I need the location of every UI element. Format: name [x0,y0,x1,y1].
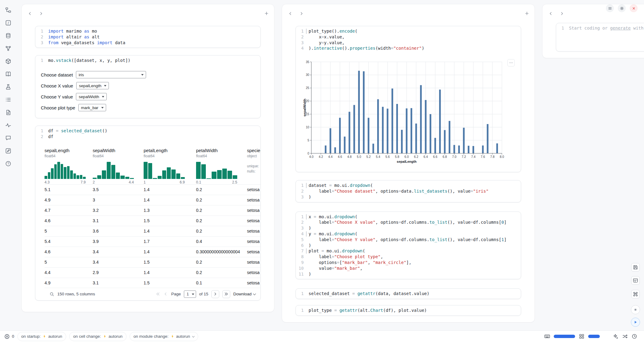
table-column-header[interactable]: speciesobjectunique:nulls: [247,146,260,184]
shutdown-button[interactable] [630,4,638,12]
code-line: 1x = mo.ui.dropdown( [296,214,518,220]
table-row[interactable]: 4.93.11.50.1setosa [45,278,260,288]
line-number: 4 [296,231,304,237]
on-startup-setting[interactable]: on startup:autorun [17,332,66,341]
page-select[interactable]: 1 [184,290,196,298]
chart-actions-button[interactable] [507,59,515,66]
x-select[interactable]: sepalLength [76,82,109,89]
code-line: 2 label="Choose X value", options=df.col… [296,219,518,225]
recent-history-button[interactable] [631,333,637,339]
controls-code-editor[interactable]: 1x = mo.ui.dropdown(2 label="Choose X va… [296,212,521,279]
panel-marimo-file-button[interactable]: f [4,19,12,27]
grid-view-button[interactable] [579,333,585,339]
token-num: 0 [501,220,504,225]
fold-toggle[interactable] [306,231,306,237]
column-3-prev-button[interactable] [547,9,555,17]
fold-toggle[interactable] [306,248,306,254]
table-row[interactable]: 4.73.21.30.2setosa [45,205,260,216]
first-page-button[interactable] [156,292,160,296]
column-2-next-button[interactable] [297,9,305,17]
panel-logs-button[interactable] [4,109,12,116]
panel-data-sources-button[interactable] [4,32,12,40]
notebook-menu-button[interactable] [606,4,614,12]
table-body: 5.13.51.40.2setosa4.931.40.2setosa4.73.2… [45,184,260,288]
last-page-button[interactable] [222,290,230,298]
imports-code-editor[interactable]: 1import marimo as mo2import altair as al… [35,26,260,48]
table-cell: 0.30000000000000004 [196,249,247,254]
panel-packages-button[interactable] [4,57,12,65]
panel-scratchpad-button[interactable] [4,147,12,155]
on-cell-change-setting[interactable]: on cell change:autorun [69,332,127,341]
table-row[interactable]: 53.61.40.2setosa [45,226,260,236]
shuffle-button[interactable] [622,333,628,339]
token-op: = [391,46,393,51]
double-chevron-left-icon [156,292,160,296]
prev-page-button[interactable] [163,292,168,296]
table-column-header[interactable]: petalLengthfloat6416.9 [144,146,196,184]
save-notebook-button[interactable] [631,263,640,272]
table-row[interactable]: 5.13.51.40.2setosa [45,184,260,195]
table-search-button[interactable] [49,292,54,297]
plot-code-editor[interactable]: 1plot_type().encode(2 x=x.value,3 y=y.va… [296,26,521,53]
panel-file-explorer-button[interactable] [4,6,12,14]
fold-toggle[interactable] [306,214,306,220]
token-t: , [381,254,383,259]
column-1-add-cell-button[interactable] [263,9,270,17]
panel-documentation-button[interactable] [4,70,12,78]
table-row[interactable]: 5.43.91.70.4setosa [45,236,260,247]
dataset-label: Choose dataset [41,72,73,77]
error-circle-icon [4,334,10,339]
panel-outline-button[interactable] [4,96,12,104]
histogram-bar [64,167,66,179]
magic-wand-button[interactable] [613,333,618,339]
y-select[interactable]: sepalWidth [76,93,107,100]
errors-indicator[interactable]: 0 [4,334,14,339]
panel-chat-button[interactable] [4,134,12,142]
plot-type-code-editor[interactable]: 1plot_type = getattr(alt.Chart(df), plot… [296,305,521,315]
dataset-select[interactable]: iris [76,71,146,78]
keyboard-command-button[interactable] [631,290,640,298]
column-1-next-button[interactable] [37,9,45,17]
settings-button[interactable] [618,4,626,12]
panel-variables-button[interactable] [4,45,12,52]
interrupt-kernel-button[interactable] [631,305,640,314]
table-row[interactable]: 4.63.41.40.30000000000000004setosa [45,247,260,257]
table-column-header[interactable]: sepalLengthfloat644.37.9 [45,146,93,184]
table-cell: 4.6 [45,249,93,254]
token-t: (). [342,46,350,51]
panel-snippets-button[interactable] [4,83,12,91]
table-row[interactable]: 4.42.91.40.2setosa [45,267,260,278]
fold-gutter [43,128,48,134]
table-column-header[interactable]: sepalWidthfloat6424.4 [93,146,144,184]
run-all-button[interactable] [631,318,640,327]
download-button[interactable]: Download [233,292,256,296]
table-column-header[interactable]: petalWidthfloat640.12.5 [196,146,247,184]
plot-type-select[interactable]: mark_bar [78,104,106,111]
panel-layout-button[interactable] [631,276,640,285]
empty-code-editor[interactable]: 1 Start coding or generate with AI [556,23,644,33]
table-row[interactable]: 4.931.40.2setosa [45,195,260,205]
dataframe-code-editor[interactable]: 1df = selected_dataset()2df [35,126,260,142]
fold-toggle[interactable] [306,28,306,34]
token-t: x [309,34,321,39]
generate-with-ai-link[interactable]: generate [610,26,631,30]
bar-chart-svg[interactable]: 4.04.24.44.64.85.05.25.45.65.86.06.26.46… [303,58,504,165]
column-2-prev-button[interactable] [286,9,294,17]
table-row[interactable]: 4.63.11.50.2setosa [45,216,260,226]
panel-help-button[interactable]: ? [4,160,12,168]
next-page-button[interactable] [211,290,219,298]
column-3-next-button[interactable] [558,9,566,17]
panel-tracing-button[interactable] [4,121,12,129]
column-1-prev-button[interactable] [26,9,34,17]
column-2-add-cell-button[interactable] [523,9,531,17]
on-module-change-setting[interactable]: on module change:autorun [130,332,199,341]
keyboard-shortcuts-button[interactable] [544,333,550,339]
table-summary: 150 rows, 5 columns [57,292,95,296]
selected-dataset-code-editor[interactable]: 1selected_dataset = getattr(data, datase… [296,289,521,299]
token-t: y [309,40,321,45]
vstack-code-editor[interactable]: 1mo.vstack([dataset, x, y, plot]) [35,55,260,66]
dataset-code-editor[interactable]: 1dataset = mo.ui.dropdown(2 label="Choos… [296,180,521,202]
table-row[interactable]: 53.41.50.2setosa [45,257,260,267]
token-t: (width [375,46,391,51]
fold-toggle[interactable] [306,183,306,188]
